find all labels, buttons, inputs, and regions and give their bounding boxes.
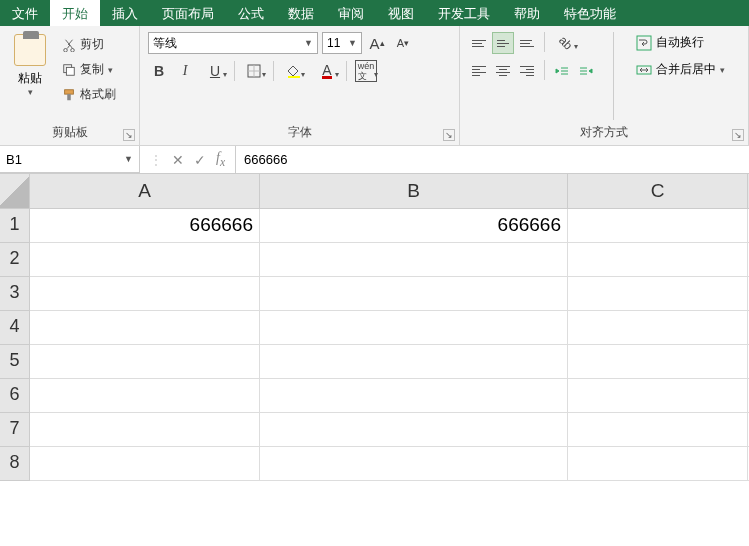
row-header[interactable]: 7 — [0, 413, 30, 447]
scissors-icon — [62, 38, 76, 52]
align-bottom-button[interactable] — [516, 32, 538, 54]
svg-rect-8 — [637, 36, 651, 50]
svg-rect-7 — [288, 76, 300, 78]
cut-label: 剪切 — [80, 36, 104, 53]
borders-icon — [247, 64, 261, 78]
paste-icon — [14, 34, 46, 66]
row-header[interactable]: 6 — [0, 379, 30, 413]
menu-page-layout[interactable]: 页面布局 — [150, 0, 226, 26]
paste-button[interactable]: 粘贴 ▾ — [8, 32, 52, 120]
paste-label: 粘贴 — [18, 70, 42, 87]
menu-bar: 文件 开始 插入 页面布局 公式 数据 审阅 视图 开发工具 帮助 特色功能 — [0, 0, 749, 26]
select-all-corner[interactable] — [0, 174, 30, 209]
align-left-button[interactable] — [468, 60, 490, 82]
font-name-value: 等线 — [153, 35, 177, 52]
cell-A5[interactable] — [30, 345, 260, 379]
copy-icon — [62, 63, 76, 77]
cell-A3[interactable] — [30, 277, 260, 311]
cell-C7[interactable] — [568, 413, 748, 447]
menu-review[interactable]: 审阅 — [326, 0, 376, 26]
cell-A2[interactable] — [30, 243, 260, 277]
fill-color-button[interactable] — [278, 60, 308, 82]
menu-home[interactable]: 开始 — [50, 0, 100, 26]
row-header[interactable]: 8 — [0, 447, 30, 481]
brush-icon — [62, 88, 76, 102]
column-header-B[interactable]: B — [260, 174, 568, 209]
merge-center-button[interactable]: 合并后居中 ▾ — [630, 59, 731, 80]
align-center-button[interactable] — [492, 60, 514, 82]
font-name-combo[interactable]: 等线 ▼ — [148, 32, 318, 54]
cell-C1[interactable] — [568, 209, 748, 243]
increase-indent-button[interactable] — [575, 60, 597, 82]
align-top-button[interactable] — [468, 32, 490, 54]
menu-view[interactable]: 视图 — [376, 0, 426, 26]
orientation-icon: ab — [556, 33, 575, 52]
cell-B6[interactable] — [260, 379, 568, 413]
column-header-A[interactable]: A — [30, 174, 260, 209]
decrease-indent-button[interactable] — [551, 60, 573, 82]
cell-B8[interactable] — [260, 447, 568, 481]
enter-formula-button[interactable]: ✓ — [194, 152, 206, 168]
menu-formulas[interactable]: 公式 — [226, 0, 276, 26]
cell-B5[interactable] — [260, 345, 568, 379]
row-header[interactable]: 1 — [0, 209, 30, 243]
font-size-combo[interactable]: 11 ▼ — [322, 32, 362, 54]
menu-special[interactable]: 特色功能 — [552, 0, 628, 26]
font-dialog-launcher[interactable]: ↘ — [443, 129, 455, 141]
pinyin-button[interactable]: wén文 — [351, 60, 381, 82]
orientation-button[interactable]: ab — [551, 32, 581, 54]
cell-C4[interactable] — [568, 311, 748, 345]
group-font: 等线 ▼ 11 ▼ A▴ A▾ B I U — [140, 26, 460, 145]
cell-B3[interactable] — [260, 277, 568, 311]
borders-button[interactable] — [239, 60, 269, 82]
cell-B7[interactable] — [260, 413, 568, 447]
row-header[interactable]: 2 — [0, 243, 30, 277]
cell-A8[interactable] — [30, 447, 260, 481]
wrap-text-button[interactable]: 自动换行 — [630, 32, 731, 53]
format-painter-label: 格式刷 — [80, 86, 116, 103]
format-painter-button[interactable]: 格式刷 — [58, 84, 120, 105]
cell-B2[interactable] — [260, 243, 568, 277]
cut-button[interactable]: 剪切 — [58, 34, 120, 55]
name-box[interactable]: B1 ▼ — [0, 146, 140, 173]
align-dialog-launcher[interactable]: ↘ — [732, 129, 744, 141]
cell-C3[interactable] — [568, 277, 748, 311]
menu-developer[interactable]: 开发工具 — [426, 0, 502, 26]
row-header[interactable]: 3 — [0, 277, 30, 311]
cell-A1[interactable]: 666666 — [30, 209, 260, 243]
increase-font-button[interactable]: A▴ — [366, 32, 388, 54]
pinyin-icon: wén文 — [355, 60, 378, 82]
menu-insert[interactable]: 插入 — [100, 0, 150, 26]
cell-C2[interactable] — [568, 243, 748, 277]
clipboard-dialog-launcher[interactable]: ↘ — [123, 129, 135, 141]
cell-A7[interactable] — [30, 413, 260, 447]
cell-B1[interactable]: 666666 — [260, 209, 568, 243]
align-middle-button[interactable] — [492, 32, 514, 54]
cancel-formula-button[interactable]: ✕ — [172, 152, 184, 168]
decrease-font-button[interactable]: A▾ — [392, 32, 414, 54]
align-right-button[interactable] — [516, 60, 538, 82]
wrap-text-icon — [636, 35, 652, 51]
name-box-value: B1 — [6, 152, 22, 167]
font-color-button[interactable]: A — [312, 60, 342, 82]
formula-input[interactable]: 666666 — [236, 146, 749, 173]
cell-C5[interactable] — [568, 345, 748, 379]
bold-button[interactable]: B — [148, 60, 170, 82]
copy-button[interactable]: 复制 ▾ — [58, 59, 120, 80]
italic-button[interactable]: I — [174, 60, 196, 82]
cell-C6[interactable] — [568, 379, 748, 413]
row-header[interactable]: 4 — [0, 311, 30, 345]
cell-A4[interactable] — [30, 311, 260, 345]
cell-B4[interactable] — [260, 311, 568, 345]
fx-button[interactable]: fx — [216, 150, 225, 169]
menu-file[interactable]: 文件 — [0, 0, 50, 26]
chevron-down-icon: ▼ — [348, 38, 357, 48]
menu-data[interactable]: 数据 — [276, 0, 326, 26]
menu-help[interactable]: 帮助 — [502, 0, 552, 26]
column-header-C[interactable]: C — [568, 174, 748, 209]
svg-rect-2 — [65, 89, 74, 93]
underline-button[interactable]: U — [200, 60, 230, 82]
cell-C8[interactable] — [568, 447, 748, 481]
cell-A6[interactable] — [30, 379, 260, 413]
row-header[interactable]: 5 — [0, 345, 30, 379]
